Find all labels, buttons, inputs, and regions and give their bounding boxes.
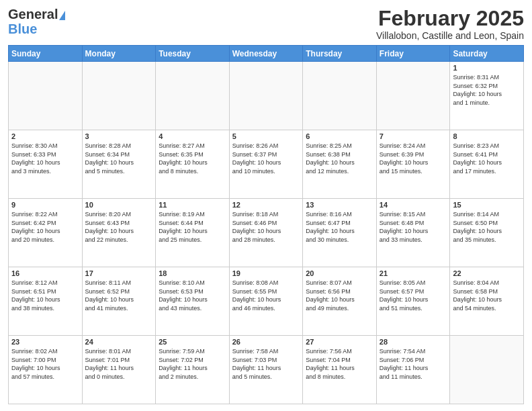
calendar-cell: 1Sunrise: 8:31 AM Sunset: 6:32 PM Daylig… xyxy=(450,62,524,130)
day-number: 9 xyxy=(11,201,79,209)
calendar-cell: 7Sunrise: 8:24 AM Sunset: 6:39 PM Daylig… xyxy=(376,130,450,199)
calendar-cell: 13Sunrise: 8:16 AM Sunset: 6:47 PM Dayli… xyxy=(303,199,377,267)
day-info: Sunrise: 8:25 AM Sunset: 6:38 PM Dayligh… xyxy=(306,142,373,175)
calendar-cell xyxy=(9,62,83,130)
calendar-cell: 4Sunrise: 8:27 AM Sunset: 6:35 PM Daylig… xyxy=(156,130,230,199)
day-number: 4 xyxy=(159,132,226,140)
calendar-cell xyxy=(303,62,377,130)
calendar-week-4: 23Sunrise: 8:02 AM Sunset: 7:00 PM Dayli… xyxy=(9,336,524,404)
day-number: 8 xyxy=(453,132,521,140)
calendar-cell: 10Sunrise: 8:20 AM Sunset: 6:43 PM Dayli… xyxy=(82,199,156,267)
day-number: 24 xyxy=(85,338,153,346)
day-info: Sunrise: 8:15 AM Sunset: 6:48 PM Dayligh… xyxy=(380,210,447,244)
logo-blue: Blue xyxy=(8,21,65,36)
day-info: Sunrise: 8:20 AM Sunset: 6:43 PM Dayligh… xyxy=(85,210,153,244)
day-info: Sunrise: 8:18 AM Sunset: 6:46 PM Dayligh… xyxy=(232,210,300,244)
calendar-cell: 2Sunrise: 8:30 AM Sunset: 6:33 PM Daylig… xyxy=(9,130,83,199)
calendar-cell xyxy=(82,62,156,130)
calendar-cell: 16Sunrise: 8:12 AM Sunset: 6:51 PM Dayli… xyxy=(9,267,83,336)
day-number: 3 xyxy=(85,132,153,140)
day-number: 6 xyxy=(306,132,373,140)
calendar-cell: 23Sunrise: 8:02 AM Sunset: 7:00 PM Dayli… xyxy=(9,336,83,404)
calendar-week-3: 16Sunrise: 8:12 AM Sunset: 6:51 PM Dayli… xyxy=(9,267,524,336)
day-number: 13 xyxy=(306,201,373,209)
day-info: Sunrise: 8:01 AM Sunset: 7:01 PM Dayligh… xyxy=(85,347,153,381)
day-number: 27 xyxy=(306,338,373,346)
calendar-week-2: 9Sunrise: 8:22 AM Sunset: 6:42 PM Daylig… xyxy=(9,199,524,267)
calendar-cell: 6Sunrise: 8:25 AM Sunset: 6:38 PM Daylig… xyxy=(303,130,377,199)
calendar-cell: 22Sunrise: 8:04 AM Sunset: 6:58 PM Dayli… xyxy=(450,267,524,336)
logo-icon xyxy=(59,11,65,20)
day-info: Sunrise: 8:31 AM Sunset: 6:32 PM Dayligh… xyxy=(453,73,521,107)
calendar-table: Sunday Monday Tuesday Wednesday Thursday… xyxy=(8,45,524,404)
day-info: Sunrise: 8:12 AM Sunset: 6:51 PM Dayligh… xyxy=(11,279,79,312)
day-number: 1 xyxy=(453,64,521,72)
day-info: Sunrise: 8:26 AM Sunset: 6:37 PM Dayligh… xyxy=(232,142,300,175)
calendar-cell: 20Sunrise: 8:07 AM Sunset: 6:56 PM Dayli… xyxy=(303,267,377,336)
calendar-cell: 26Sunrise: 7:58 AM Sunset: 7:03 PM Dayli… xyxy=(229,336,303,404)
calendar-cell: 11Sunrise: 8:19 AM Sunset: 6:44 PM Dayli… xyxy=(156,199,230,267)
day-info: Sunrise: 8:11 AM Sunset: 6:52 PM Dayligh… xyxy=(85,279,153,312)
header-thursday: Thursday xyxy=(303,46,377,62)
calendar-cell: 12Sunrise: 8:18 AM Sunset: 6:46 PM Dayli… xyxy=(229,199,303,267)
day-info: Sunrise: 8:08 AM Sunset: 6:55 PM Dayligh… xyxy=(232,279,300,312)
day-number: 16 xyxy=(11,269,79,277)
page: General Blue February 2025 Villalobon, C… xyxy=(0,0,532,411)
day-number: 10 xyxy=(85,201,153,209)
day-number: 20 xyxy=(306,269,373,277)
calendar-week-1: 2Sunrise: 8:30 AM Sunset: 6:33 PM Daylig… xyxy=(9,130,524,199)
calendar-cell: 17Sunrise: 8:11 AM Sunset: 6:52 PM Dayli… xyxy=(82,267,156,336)
day-info: Sunrise: 7:58 AM Sunset: 7:03 PM Dayligh… xyxy=(232,347,300,381)
calendar-cell: 25Sunrise: 7:59 AM Sunset: 7:02 PM Dayli… xyxy=(156,336,230,404)
calendar-cell: 28Sunrise: 7:54 AM Sunset: 7:06 PM Dayli… xyxy=(376,336,450,404)
calendar-cell xyxy=(376,62,450,130)
day-number: 14 xyxy=(380,201,447,209)
calendar-cell: 18Sunrise: 8:10 AM Sunset: 6:53 PM Dayli… xyxy=(156,267,230,336)
calendar-cell: 5Sunrise: 8:26 AM Sunset: 6:37 PM Daylig… xyxy=(229,130,303,199)
calendar-cell: 15Sunrise: 8:14 AM Sunset: 6:50 PM Dayli… xyxy=(450,199,524,267)
calendar-cell: 27Sunrise: 7:56 AM Sunset: 7:04 PM Dayli… xyxy=(303,336,377,404)
calendar-cell: 3Sunrise: 8:28 AM Sunset: 6:34 PM Daylig… xyxy=(82,130,156,199)
header-monday: Monday xyxy=(82,46,156,62)
month-title: February 2025 xyxy=(376,7,524,30)
day-number: 28 xyxy=(380,338,447,346)
day-info: Sunrise: 8:02 AM Sunset: 7:00 PM Dayligh… xyxy=(11,347,79,381)
day-info: Sunrise: 8:24 AM Sunset: 6:39 PM Dayligh… xyxy=(380,142,447,175)
calendar-cell xyxy=(450,336,524,404)
header-friday: Friday xyxy=(376,46,450,62)
calendar-cell xyxy=(229,62,303,130)
day-number: 25 xyxy=(159,338,226,346)
calendar-cell xyxy=(156,62,230,130)
calendar-cell: 14Sunrise: 8:15 AM Sunset: 6:48 PM Dayli… xyxy=(376,199,450,267)
day-number: 5 xyxy=(232,132,300,140)
logo-general: General xyxy=(8,7,58,21)
location-subtitle: Villalobon, Castille and Leon, Spain xyxy=(376,30,524,41)
day-number: 11 xyxy=(159,201,226,209)
day-number: 19 xyxy=(232,269,300,277)
day-number: 18 xyxy=(159,269,226,277)
day-info: Sunrise: 8:16 AM Sunset: 6:47 PM Dayligh… xyxy=(306,210,373,244)
day-info: Sunrise: 8:04 AM Sunset: 6:58 PM Dayligh… xyxy=(453,279,521,312)
header-saturday: Saturday xyxy=(450,46,524,62)
day-info: Sunrise: 8:10 AM Sunset: 6:53 PM Dayligh… xyxy=(159,279,226,312)
header: General Blue February 2025 Villalobon, C… xyxy=(8,7,524,41)
title-block: February 2025 Villalobon, Castille and L… xyxy=(376,7,524,41)
day-info: Sunrise: 7:54 AM Sunset: 7:06 PM Dayligh… xyxy=(380,347,447,381)
header-wednesday: Wednesday xyxy=(229,46,303,62)
header-sunday: Sunday xyxy=(9,46,83,62)
calendar-header-row: Sunday Monday Tuesday Wednesday Thursday… xyxy=(9,46,524,62)
calendar-cell: 19Sunrise: 8:08 AM Sunset: 6:55 PM Dayli… xyxy=(229,267,303,336)
calendar-cell: 8Sunrise: 8:23 AM Sunset: 6:41 PM Daylig… xyxy=(450,130,524,199)
day-info: Sunrise: 7:59 AM Sunset: 7:02 PM Dayligh… xyxy=(159,347,226,381)
day-info: Sunrise: 8:05 AM Sunset: 6:57 PM Dayligh… xyxy=(380,279,447,312)
day-number: 17 xyxy=(85,269,153,277)
day-info: Sunrise: 7:56 AM Sunset: 7:04 PM Dayligh… xyxy=(306,347,373,381)
day-number: 23 xyxy=(11,338,79,346)
day-number: 21 xyxy=(380,269,447,277)
day-info: Sunrise: 8:30 AM Sunset: 6:33 PM Dayligh… xyxy=(11,142,79,175)
day-number: 26 xyxy=(232,338,300,346)
day-info: Sunrise: 8:19 AM Sunset: 6:44 PM Dayligh… xyxy=(159,210,226,244)
day-info: Sunrise: 8:23 AM Sunset: 6:41 PM Dayligh… xyxy=(453,142,521,175)
calendar-week-0: 1Sunrise: 8:31 AM Sunset: 6:32 PM Daylig… xyxy=(9,62,524,130)
calendar-cell: 21Sunrise: 8:05 AM Sunset: 6:57 PM Dayli… xyxy=(376,267,450,336)
